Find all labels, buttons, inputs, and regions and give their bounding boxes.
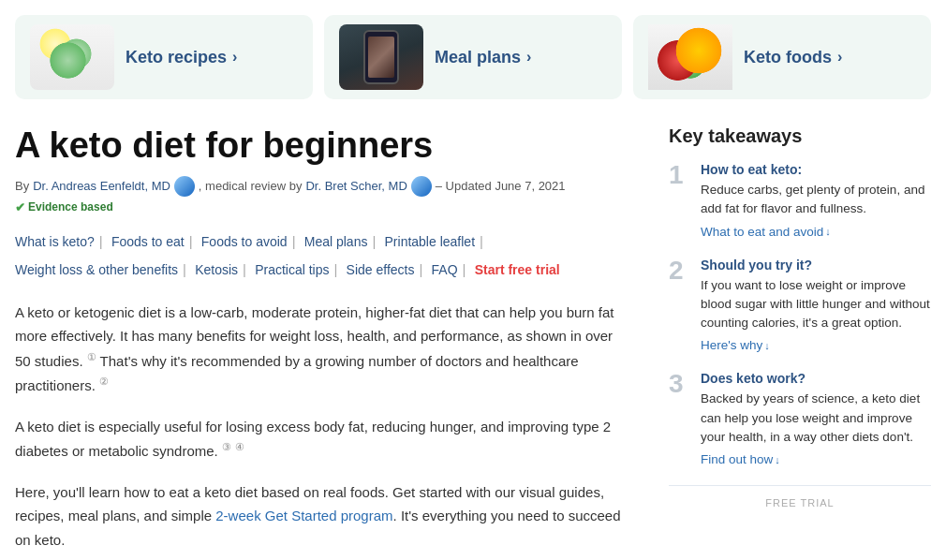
takeaway-link-1[interactable]: What to eat and avoid ↓ — [701, 225, 831, 239]
nav-start-free-trial[interactable]: Start free trial — [475, 262, 560, 277]
ref-1[interactable]: ① — [87, 351, 96, 362]
nav-foods-to-eat[interactable]: Foods to eat — [111, 234, 185, 249]
author2-link[interactable]: Dr. Bret Scher, MD — [305, 179, 406, 193]
ref-4[interactable]: ④ — [235, 441, 244, 452]
foods-card-label: Keto foods › — [744, 48, 842, 67]
sidebar-divider — [669, 485, 931, 486]
article-column: A keto diet for beginners By Dr. Andreas… — [15, 125, 631, 560]
takeaway-heading-1: How to eat keto: — [701, 162, 931, 177]
nav-weight-loss[interactable]: Weight loss & other benefits — [15, 262, 178, 277]
sidebar-column: Key takeaways 1 How to eat keto: Reduce … — [669, 125, 931, 560]
nav-printable-leaflet[interactable]: Printable leaflet — [385, 234, 476, 249]
author1-avatar — [174, 176, 195, 197]
foods-arrow-icon: › — [837, 49, 842, 66]
article-body: A keto or ketogenic diet is a low-carb, … — [15, 301, 631, 553]
takeaway-number-2: 2 — [669, 258, 687, 284]
article-nav: What is keto?| Foods to eat| Foods to av… — [15, 228, 631, 284]
takeaway-arrow-3: ↓ — [775, 454, 780, 465]
nav-faq[interactable]: FAQ — [432, 262, 458, 277]
card-keto-recipes[interactable]: Keto recipes › — [15, 15, 313, 99]
two-week-program-link[interactable]: 2-week Get Started program — [215, 508, 392, 523]
nav-practical-tips[interactable]: Practical tips — [255, 262, 329, 277]
takeaway-heading-2: Should you try it? — [701, 258, 931, 273]
paragraph-2: A keto diet is especially useful for los… — [15, 415, 631, 464]
takeaway-link-2[interactable]: Here's why ↓ — [701, 338, 770, 352]
top-cards-row: Keto recipes › Meal plans › Keto foods › — [15, 15, 931, 99]
takeaway-number-3: 3 — [669, 371, 687, 397]
takeaway-arrow-1: ↓ — [825, 226, 831, 237]
nav-foods-to-avoid[interactable]: Foods to avoid — [201, 234, 288, 249]
recipes-label-text: Keto recipes — [126, 48, 227, 67]
meal-arrow-icon: › — [526, 49, 531, 66]
author2-avatar — [411, 176, 432, 197]
evidence-check-icon: ✔ — [15, 200, 25, 214]
article-title: A keto diet for beginners — [15, 125, 631, 167]
main-content: A keto diet for beginners By Dr. Andreas… — [15, 125, 931, 560]
card-keto-foods[interactable]: Keto foods › — [633, 15, 931, 99]
takeaway-link-3[interactable]: Find out how ↓ — [701, 452, 780, 466]
takeaway-text-2: If you want to lose weight or improve bl… — [701, 276, 931, 333]
foods-card-image — [648, 24, 732, 90]
takeaway-item-3: 3 Does keto work? Backed by years of sci… — [669, 371, 931, 466]
paragraph-3: Here, you'll learn how to eat a keto die… — [15, 480, 631, 553]
recipes-card-image — [30, 24, 114, 90]
nav-side-effects[interactable]: Side effects — [347, 262, 415, 277]
evidence-label-text: Evidence based — [28, 200, 113, 214]
takeaway-link-label-1: What to eat and avoid — [701, 225, 823, 239]
meal-card-label: Meal plans › — [435, 48, 531, 67]
meal-card-image — [339, 24, 423, 90]
takeaway-link-label-2: Here's why — [701, 338, 762, 352]
takeaway-heading-3: Does keto work? — [701, 371, 931, 386]
phone-screen — [368, 37, 394, 78]
phone-icon — [363, 30, 399, 84]
sidebar-title: Key takeaways — [669, 125, 931, 147]
takeaway-link-label-3: Find out how — [701, 452, 773, 466]
medical-review-label: , medical review by — [199, 179, 303, 193]
takeaway-content-1: How to eat keto: Reduce carbs, get plent… — [701, 162, 931, 239]
takeaway-item-1: 1 How to eat keto: Reduce carbs, get ple… — [669, 162, 931, 239]
foods-label-text: Keto foods — [744, 48, 832, 67]
nav-meal-plans[interactable]: Meal plans — [304, 234, 368, 249]
takeaway-content-2: Should you try it? If you want to lose w… — [701, 258, 931, 353]
author1-link[interactable]: Dr. Andreas Eenfeldt, MD — [33, 179, 170, 193]
takeaway-text-3: Backed by years of science, a keto diet … — [701, 390, 931, 447]
nav-ketosis[interactable]: Ketosis — [195, 262, 238, 277]
page-wrapper: Keto recipes › Meal plans › Keto foods › — [0, 0, 946, 560]
meal-label-text: Meal plans — [435, 48, 521, 67]
takeaway-arrow-2: ↓ — [764, 340, 770, 351]
card-meal-plans[interactable]: Meal plans › — [324, 15, 622, 99]
evidence-badge: ✔ Evidence based — [15, 200, 113, 214]
takeaway-content-3: Does keto work? Backed by years of scien… — [701, 371, 931, 466]
free-trial-label: FREE TRIAL — [669, 497, 931, 508]
recipes-card-label: Keto recipes › — [126, 48, 237, 67]
paragraph-1: A keto or ketogenic diet is a low-carb, … — [15, 301, 631, 398]
takeaway-text-1: Reduce carbs, get plenty of protein, and… — [701, 181, 931, 219]
ref-2[interactable]: ② — [99, 376, 109, 387]
article-meta: By Dr. Andreas Eenfeldt, MD , medical re… — [15, 176, 631, 214]
nav-what-is-keto[interactable]: What is keto? — [15, 234, 95, 249]
ref-3[interactable]: ③ — [222, 441, 231, 452]
updated-label: – Updated June 7, 2021 — [436, 179, 566, 193]
takeaway-item-2: 2 Should you try it? If you want to lose… — [669, 258, 931, 353]
recipes-arrow-icon: › — [232, 49, 237, 66]
takeaway-number-1: 1 — [669, 162, 687, 188]
by-label: By — [15, 179, 29, 193]
